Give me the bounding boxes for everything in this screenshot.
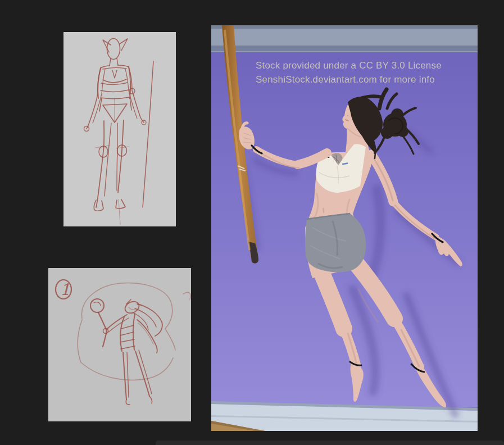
figure-sketch-panel (63, 32, 176, 226)
gray-shorts (305, 214, 366, 272)
stock-reference-photo: Stock provided under a CC BY 3.0 License… (211, 25, 478, 431)
figure-sketch-drawing (63, 32, 176, 226)
navel (323, 208, 324, 212)
sketch-staff-line (143, 61, 153, 207)
sketch-mage-figure (78, 283, 190, 405)
license-text-line2: SenshiStock.deviantart.com for more info (256, 74, 435, 85)
license-text-line1: Stock provided under a CC BY 3.0 License (256, 60, 442, 71)
next-image-top-edge (156, 441, 504, 445)
sketch-number-text: 1 (60, 280, 70, 299)
art-collage-canvas: { "photo": { "license_line1": "Stock pro… (0, 0, 504, 445)
gesture-sketch-drawing: 1 (48, 268, 191, 421)
sketch-standing-figure (84, 39, 154, 225)
gesture-sketch-panel: 1 (48, 268, 191, 421)
sketch-staff-orb (90, 299, 107, 347)
sketch-number-label: 1 (56, 280, 71, 299)
